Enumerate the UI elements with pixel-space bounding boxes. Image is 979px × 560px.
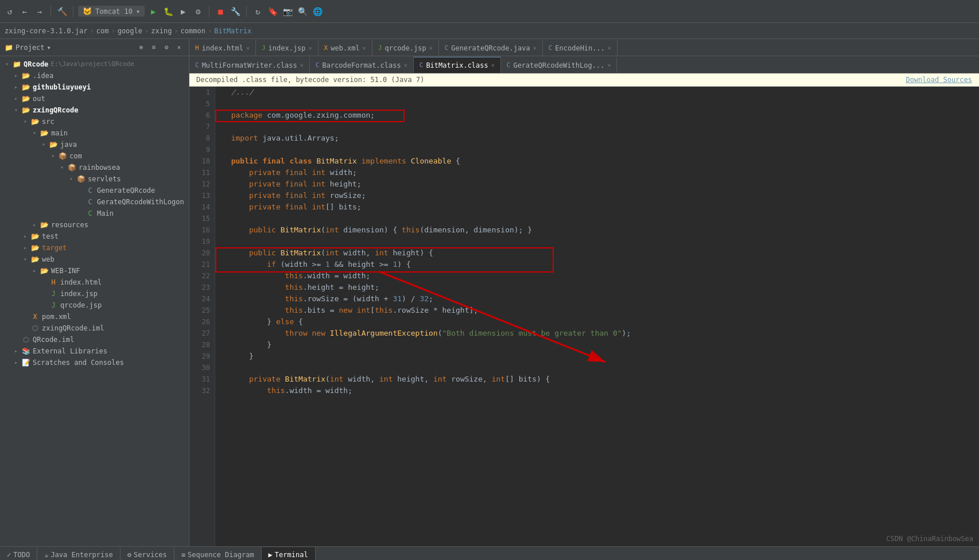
code-line-29: } [222, 351, 979, 362]
tree-item-main-class[interactable]: C Main [0, 208, 189, 219]
tree-item-main[interactable]: ▾ 📂 main [0, 127, 189, 139]
tab-close[interactable]: ✕ [533, 45, 537, 51]
search-icon[interactable]: 🔍 [296, 5, 309, 18]
tab-close[interactable]: ✕ [491, 62, 495, 68]
camera-icon[interactable]: 📷 [281, 5, 294, 18]
tree-item-pomxml[interactable]: X pom.xml [0, 311, 189, 322]
tab-todo[interactable]: ✓ TODO [0, 547, 37, 560]
rebuild-icon[interactable]: 🔧 [229, 5, 242, 18]
tab-java-enterprise[interactable]: ☕ Java Enterprise [37, 547, 121, 560]
tree-item-gerateqrcode[interactable]: C GerateQRcodeWithLogon [0, 196, 189, 208]
tab-close[interactable]: ✕ [300, 62, 304, 68]
code-line-26: } else { [222, 316, 979, 328]
code-line-31: private BitMatrix(int width, int height,… [222, 374, 979, 385]
breadcrumb-common[interactable]: common [181, 27, 205, 35]
tree-arrow: ▸ [21, 243, 30, 253]
breadcrumb-google[interactable]: google [118, 27, 142, 35]
tree-item-src[interactable]: ▾ 📂 src [0, 116, 189, 127]
tab-close[interactable]: ✕ [429, 45, 433, 51]
tree-item-qrcode[interactable]: ▾ 📁 QRcode E:\Java\project\QRcode [0, 59, 189, 70]
tree-item-generateqrcode[interactable]: C GenerateQRcode [0, 185, 189, 196]
tab-label: qrcode.jsp [384, 44, 426, 52]
settings-icon[interactable]: ⚙ [161, 42, 172, 53]
tree-item-idea[interactable]: ▸ 📂 .idea [0, 70, 189, 81]
tree-item-zxingqrcode[interactable]: ▾ 📂 zxingQRcode [0, 104, 189, 116]
tab-barcodeformat[interactable]: C BarcodeFormat.class ✕ [310, 57, 414, 73]
tab-qrcodejsp[interactable]: J qrcode.jsp ✕ [372, 40, 439, 56]
more-run-icon[interactable]: ⚙ [192, 5, 204, 18]
sidebar-close-icon[interactable]: ✕ [174, 42, 184, 53]
tree-item-com[interactable]: ▾ 📦 com [0, 150, 189, 162]
tab-generateqrcode[interactable]: C GenerateQRcode.java ✕ [439, 40, 543, 56]
tree-item-iml[interactable]: ⬡ zxingQRcode.iml [0, 322, 189, 334]
tree-item-external-libs[interactable]: ▸ 📚 External Libraries [0, 345, 189, 357]
sep1 [50, 6, 51, 17]
code-line-28: } [222, 339, 979, 351]
breadcrumb-zxing[interactable]: zxing [151, 27, 172, 35]
tree-item-out[interactable]: ▸ 📂 out [0, 93, 189, 104]
tree-item-rainbowsea[interactable]: ▾ 📦 rainbowsea [0, 162, 189, 173]
tab-bitmatrix[interactable]: C BitMatrix.class ✕ [414, 57, 501, 73]
tree-arrow: ▸ [11, 346, 21, 356]
tab-webxml[interactable]: X web.xml ✕ [318, 40, 372, 56]
back-icon[interactable]: ← [18, 5, 31, 18]
forward-icon[interactable]: → [33, 5, 46, 18]
run-coverage-icon[interactable]: ▶ [177, 5, 189, 18]
tab-indexjsp[interactable]: J index.jsp ✕ [256, 40, 318, 56]
tree-label: Main [97, 208, 114, 219]
locate-icon[interactable]: ⊕ [136, 42, 146, 53]
java-tab-icon: C [507, 61, 511, 69]
tab-gerateqrcode[interactable]: C GerateQRcodeWithLog... ✕ [501, 57, 617, 73]
tree-item-web[interactable]: ▾ 📂 web [0, 254, 189, 265]
stop-icon[interactable]: ■ [214, 5, 227, 18]
tree-arrow: ▾ [21, 116, 30, 127]
collapse-all-icon[interactable]: ≡ [149, 42, 159, 53]
code-editor[interactable]: 1 5 6 7 8 9 10 11 12 13 14 15 16 19 20 2… [189, 87, 979, 546]
debug-icon[interactable]: 🐛 [162, 5, 174, 18]
tab-encodehin[interactable]: C EncodeHin... ✕ [543, 40, 617, 56]
tab-close[interactable]: ✕ [246, 45, 250, 51]
tab-close[interactable]: ✕ [404, 62, 407, 68]
tab-services[interactable]: ⚙ Services [121, 547, 174, 560]
refresh-icon[interactable]: ↺ [3, 5, 16, 18]
tree-item-github[interactable]: ▸ 📂 githubliuyueyi [0, 81, 189, 93]
breadcrumb-com[interactable]: com [96, 27, 109, 35]
tab-close[interactable]: ✕ [309, 45, 312, 51]
run-icon[interactable]: ▶ [147, 5, 160, 18]
jsp-tab-icon: J [262, 44, 266, 52]
tree-item-qrcodejsp[interactable]: J qrcode.jsp [0, 300, 189, 311]
translate-icon[interactable]: 🌐 [311, 5, 324, 18]
tree-item-webinf[interactable]: ▸ 📂 WEB-INF [0, 265, 189, 277]
tree-item-target[interactable]: ▸ 📂 target [0, 242, 189, 254]
tab-close[interactable]: ✕ [363, 45, 366, 51]
tab-sequence-diagram[interactable]: ≡ Sequence Diagram [174, 547, 262, 560]
tree-item-java[interactable]: ▾ 📂 java [0, 139, 189, 150]
code-line-23: this.height = height; [222, 282, 979, 293]
tree-item-indexhtml[interactable]: H index.html [0, 277, 189, 288]
sidebar-dropdown-icon[interactable]: ▾ [47, 44, 51, 52]
tree-item-qrcodeiml[interactable]: ⬡ QRcode.iml [0, 334, 189, 345]
tree-item-indexjsp[interactable]: J index.jsp [0, 288, 189, 300]
folder-icon: 📂 [30, 254, 40, 265]
tree-label: pom.xml [42, 312, 71, 322]
tab-close[interactable]: ✕ [608, 45, 611, 51]
html-tab-icon: H [195, 44, 199, 52]
tree-item-servlets[interactable]: ▾ 📦 servlets [0, 173, 189, 185]
run-config[interactable]: 🐱 Tomcat 10 ▾ [78, 6, 145, 17]
build-icon[interactable]: 🔨 [56, 5, 68, 18]
tree-item-test[interactable]: ▸ 📂 test [0, 231, 189, 242]
sidebar: 📁 Project ▾ ⊕ ≡ ⚙ ✕ ▾ 📁 QRcode E:\Java\p… [0, 39, 189, 546]
breadcrumb-jar[interactable]: zxing-core-3.1.0.jar [5, 27, 88, 35]
tab-terminal[interactable]: ▶ Terminal [262, 547, 316, 560]
tab-multiformat[interactable]: C MultiFormatWriter.class ✕ [189, 57, 310, 73]
tree-item-resources[interactable]: ▸ 📂 resources [0, 219, 189, 231]
tree-label: index.html [60, 277, 102, 287]
scratches-icon: 📝 [21, 357, 31, 368]
tab-close[interactable]: ✕ [607, 62, 611, 68]
tree-item-scratches[interactable]: ▸ 📝 Scratches and Consoles [0, 357, 189, 368]
bookmark-icon[interactable]: 🔖 [266, 5, 279, 18]
update-icon[interactable]: ↻ [251, 5, 264, 18]
breadcrumb-bitmatrix[interactable]: BitMatrix [214, 27, 251, 35]
download-sources-link[interactable]: Download Sources [906, 76, 972, 84]
tab-indexhtml[interactable]: H index.html ✕ [189, 40, 256, 56]
